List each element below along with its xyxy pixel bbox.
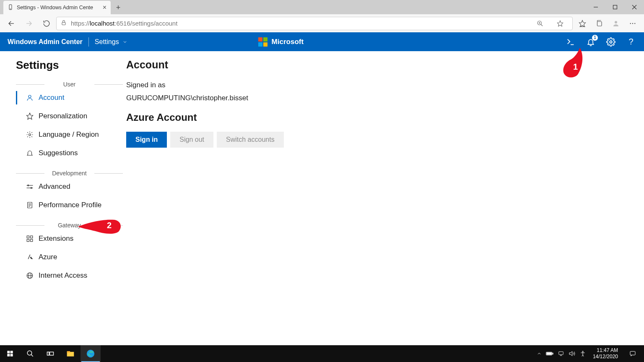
favorites-icon[interactable]: [574, 16, 590, 31]
network-icon: [558, 351, 564, 357]
document-icon: [26, 201, 34, 209]
gear-icon[interactable]: [605, 36, 616, 47]
star-outline-icon[interactable]: [552, 16, 568, 31]
tab-title: Settings - Windows Admin Cente: [17, 5, 93, 10]
minimize-button[interactable]: [586, 0, 605, 14]
shell-icon[interactable]: [565, 36, 576, 47]
sidebar-group-user: User: [16, 81, 123, 88]
globe-icon: [26, 272, 34, 279]
sidebar-item-label: Azure: [39, 253, 57, 261]
taskbar-clock[interactable]: 11:47 AM 14/12/2020: [590, 347, 621, 360]
sidebar-item-personalization[interactable]: Personalization: [16, 107, 123, 125]
sidebar-item-label: Account: [39, 94, 64, 102]
profile-icon[interactable]: [608, 16, 624, 31]
maximize-button[interactable]: [605, 0, 625, 14]
window-controls: [586, 0, 644, 14]
back-button[interactable]: [3, 16, 19, 31]
switch-accounts-button[interactable]: Switch accounts: [217, 132, 284, 148]
svg-rect-22: [263, 37, 267, 42]
account-heading: Account: [126, 59, 284, 71]
svg-rect-56: [67, 351, 70, 352]
svg-rect-8: [62, 22, 65, 25]
sidebar-item-label: Internet Access: [39, 271, 87, 280]
forward-button[interactable]: [21, 16, 37, 31]
svg-rect-50: [10, 354, 13, 357]
start-button[interactable]: [0, 345, 20, 362]
microsoft-logo: Microsoft: [258, 37, 304, 47]
taskbar: 11:47 AM 14/12/2020: [0, 345, 644, 362]
svg-point-51: [27, 351, 32, 355]
svg-rect-66: [630, 352, 635, 355]
bell-icon: [26, 149, 34, 157]
svg-marker-43: [29, 257, 33, 259]
svg-rect-21: [258, 37, 262, 42]
signed-in-user: GURUCOMPUTING\christopher.bisset: [126, 91, 284, 104]
svg-rect-47: [7, 351, 10, 353]
breadcrumb-label: Settings: [95, 38, 119, 46]
svg-point-20: [634, 23, 635, 23]
sidebar-item-extensions[interactable]: Extensions: [16, 229, 123, 248]
sidebar-item-internet[interactable]: Internet Access: [16, 266, 123, 285]
sidebar-item-performance[interactable]: Performance Profile: [16, 196, 123, 214]
zoom-icon[interactable]: [532, 16, 548, 31]
page-title: Settings: [16, 59, 123, 72]
page-icon: [8, 4, 13, 11]
svg-rect-60: [547, 353, 551, 354]
sidebar-item-label: Personalization: [39, 112, 87, 120]
svg-point-26: [610, 41, 612, 43]
svg-line-10: [541, 24, 543, 26]
breadcrumb[interactable]: Settings: [95, 38, 127, 46]
refresh-button[interactable]: [39, 16, 55, 31]
svg-line-52: [31, 354, 33, 357]
notifications-icon[interactable]: 1: [585, 36, 596, 47]
help-icon[interactable]: ?: [626, 36, 636, 47]
close-icon[interactable]: ×: [103, 4, 106, 11]
gear-small-icon: [26, 131, 34, 138]
star-icon: [26, 112, 34, 120]
azure-heading: Azure Account: [126, 112, 284, 123]
svg-rect-54: [50, 352, 54, 355]
sidebar-item-advanced[interactable]: Advanced: [16, 177, 123, 196]
svg-rect-41: [31, 240, 33, 242]
tray-icons[interactable]: [537, 350, 586, 357]
address-bar[interactable]: https://localhost:6516/settings/account: [56, 17, 573, 30]
person-icon: [26, 94, 34, 102]
search-button[interactable]: [20, 345, 40, 362]
svg-rect-3: [613, 5, 617, 9]
browser-tab[interactable]: Settings - Windows Admin Cente ×: [3, 1, 111, 14]
svg-point-18: [630, 23, 631, 23]
file-explorer-icon[interactable]: [60, 345, 80, 362]
svg-marker-64: [569, 352, 572, 356]
sidebar-item-label: Extensions: [39, 234, 73, 243]
battery-icon: [546, 351, 553, 356]
sign-out-button[interactable]: Sign out: [170, 132, 213, 148]
svg-marker-13: [557, 21, 563, 26]
collections-icon[interactable]: [591, 16, 607, 31]
action-center-icon[interactable]: [625, 345, 641, 362]
task-view-button[interactable]: [40, 345, 60, 362]
svg-rect-39: [31, 236, 33, 238]
svg-point-65: [582, 351, 584, 352]
new-tab-button[interactable]: +: [112, 2, 124, 13]
sidebar-item-azure[interactable]: Azure: [16, 248, 123, 266]
chevron-up-icon[interactable]: [537, 351, 542, 356]
clock-date: 14/12/2020: [593, 354, 618, 360]
sliders-icon: [26, 183, 34, 190]
svg-point-19: [632, 23, 633, 23]
grid-icon: [26, 235, 34, 242]
sidebar-item-language[interactable]: Language / Region: [16, 125, 123, 144]
more-icon[interactable]: [625, 16, 641, 31]
signed-in-label: Signed in as: [126, 78, 284, 91]
clock-time: 11:47 AM: [593, 347, 618, 354]
svg-rect-53: [47, 352, 49, 355]
edge-icon[interactable]: [80, 345, 101, 362]
sidebar-item-suggestions[interactable]: Suggestions: [16, 144, 123, 162]
svg-rect-48: [10, 351, 13, 353]
app-header: Windows Admin Center Settings Microsoft …: [0, 32, 644, 51]
app-brand[interactable]: Windows Admin Center: [8, 38, 83, 46]
sign-in-button[interactable]: Sign in: [126, 132, 167, 148]
sidebar-item-account[interactable]: Account: [16, 89, 123, 107]
sidebar-group-development: Development: [16, 170, 123, 177]
close-button[interactable]: [625, 0, 644, 14]
lock-icon: [61, 20, 67, 27]
